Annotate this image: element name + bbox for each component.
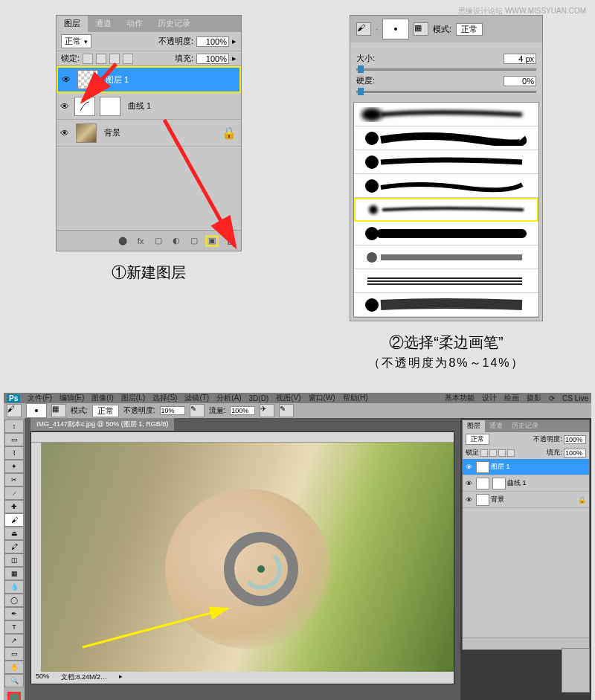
mini-tab-channels[interactable]: 通道 [485,420,507,432]
menu-filter[interactable]: 滤镜(T) [184,393,209,403]
mini-layer-row[interactable]: 👁 曲线 1 [463,475,589,492]
zoom-level[interactable]: 50% [36,672,49,683]
layer-thumb[interactable] [476,494,489,506]
lock-position-icon[interactable] [109,54,120,64]
mask-icon[interactable]: ▢ [152,235,165,247]
group-icon[interactable]: ▢ [187,235,201,247]
brush-panel-toggle-icon[interactable]: ▦ [414,22,428,36]
document-tab[interactable]: IMG_4147副本c.jpg @ 50% (图层 1, RGB/8) [30,418,174,431]
color-swatches[interactable] [4,690,25,700]
tab-actions[interactable]: 动作 [119,16,150,32]
blur-tool-icon[interactable]: 💧 [4,580,24,594]
workspace-essentials[interactable]: 基本功能 [445,393,475,403]
pen-pressure-opacity-icon[interactable]: ✎ [190,404,205,417]
brush-preset[interactable] [354,103,538,126]
visibility-icon[interactable]: 👁 [463,463,475,471]
menu-image[interactable]: 图像(I) [91,393,113,403]
blend-mode-dropdown[interactable]: 正常 [61,34,91,48]
airbrush-icon[interactable]: ✈ [260,404,274,417]
brush-preset[interactable] [354,245,538,269]
workspace-design[interactable]: 设计 [482,393,497,403]
size-slider[interactable] [356,68,536,71]
mini-layer-row[interactable]: 👁 背景 🔒 [463,492,589,508]
curves-icon[interactable] [74,97,95,116]
curves-icon[interactable] [476,478,489,489]
workspace-photography[interactable]: 摄影 [527,393,541,403]
layer-row-1[interactable]: 👁 图层 1 [57,66,241,93]
pen-tool-icon[interactable]: ✒ [4,607,24,620]
brush-preset[interactable] [354,222,538,245]
hardness-value[interactable]: 0% [504,76,536,86]
hardness-slider[interactable] [356,91,536,93]
heal-tool-icon[interactable]: ✚ [4,500,24,513]
move-tool-icon[interactable]: ↕ [4,420,24,433]
mask-thumb[interactable] [492,478,506,489]
link-icon[interactable]: ⬤ [116,235,129,247]
shape-tool-icon[interactable]: ▭ [4,647,24,661]
menu-layer[interactable]: 图层(L) [121,393,145,403]
eyedropper-tool-icon[interactable]: ⟋ [4,487,24,500]
ruler-horizontal[interactable] [31,432,454,443]
brush-preset[interactable] [354,150,538,174]
lock-icon[interactable] [498,449,506,457]
menu-analysis[interactable]: 分析(A) [216,393,241,403]
menu-file[interactable]: 文件(F) [28,393,52,403]
opacity-input[interactable]: 100% [196,36,229,47]
color-picker-hud[interactable] [224,532,298,606]
brush-tool-icon[interactable]: 🖌 [4,513,24,527]
visibility-icon[interactable]: 👁 [463,496,475,504]
layer-thumb[interactable] [77,70,98,89]
layer-thumb[interactable] [476,461,489,473]
lock-icon[interactable] [489,449,497,457]
layer-row-background[interactable]: 👁 背景 🔒 [57,120,241,147]
mask-thumb[interactable] [100,97,120,116]
layer-name[interactable]: 图层 1 [491,462,510,472]
layer-name[interactable]: 背景 [491,495,504,504]
eraser-tool-icon[interactable]: ◫ [4,553,24,567]
brush-panel-icon[interactable]: ▦ [51,404,66,417]
layer-name[interactable]: 背景 [100,127,222,138]
lock-transparent-icon[interactable] [83,54,93,64]
brush-preset[interactable] [354,269,538,293]
lock-all-icon[interactable] [123,54,133,64]
menu-view[interactable]: 视图(V) [276,393,300,403]
dodge-tool-icon[interactable]: ◯ [4,594,24,607]
tab-history[interactable]: 历史记录 [150,16,198,32]
gradient-tool-icon[interactable]: ▦ [4,567,24,580]
flow-input[interactable]: 100% [230,406,255,415]
brush-preview[interactable] [26,403,47,418]
ruler-vertical[interactable] [31,443,42,672]
lock-icon[interactable] [480,449,488,457]
mini-layer-row[interactable]: 👁 图层 1 [463,459,589,475]
menu-window[interactable]: 窗口(W) [309,393,335,403]
brush-mode-dropdown[interactable]: 正常 [456,23,483,36]
menu-select[interactable]: 选择(S) [152,393,177,403]
menu-edit[interactable]: 编辑(E) [60,393,84,403]
zoom-tool-icon[interactable]: 🔍 [4,674,24,687]
crop-tool-icon[interactable]: ✂ [4,473,24,487]
layer-thumb[interactable] [76,123,97,143]
brush-tool-icon[interactable]: 🖌 [356,22,371,36]
mode-dropdown[interactable]: 正常 [92,405,119,417]
stamp-tool-icon[interactable]: ⏏ [4,527,24,540]
dropdown-icon[interactable]: ▸ [232,36,237,46]
path-tool-icon[interactable]: ↗ [4,634,24,647]
layer-row-curves[interactable]: 👁 曲线 1 [57,93,241,120]
brush-tool-icon[interactable]: 🖌 [7,404,22,417]
type-tool-icon[interactable]: T [4,620,24,634]
mini-tab-layers[interactable]: 图层 [463,420,485,432]
opacity-input[interactable]: 10% [160,406,185,415]
mini-opacity-input[interactable]: 100% [564,435,586,444]
pen-pressure-size-icon[interactable]: ✎ [279,404,294,417]
brush-preset[interactable] [354,174,538,198]
canvas-image[interactable] [42,443,454,672]
adjustment-icon[interactable]: ◐ [170,235,183,247]
layer-name[interactable]: 图层 1 [101,74,239,86]
wand-tool-icon[interactable]: ✦ [4,460,24,473]
layer-name[interactable]: 曲线 1 [507,478,527,488]
menu-help[interactable]: 帮助(H) [343,393,368,403]
brush-preset-selected[interactable] [354,198,538,222]
size-value[interactable]: 4 px [504,54,536,64]
mini-fill-input[interactable]: 100% [564,449,586,457]
new-layer-button[interactable]: ▣ [205,235,219,247]
